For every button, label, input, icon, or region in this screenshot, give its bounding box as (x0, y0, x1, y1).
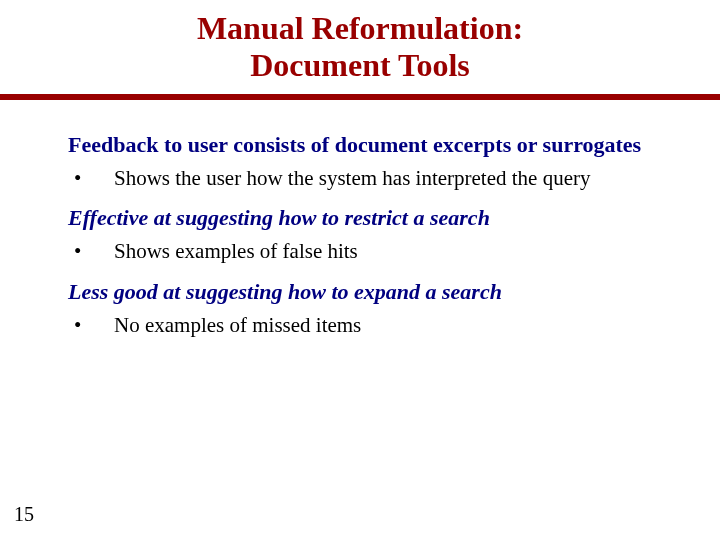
bullet-item: • Shows the user how the system has inte… (68, 165, 680, 191)
title-line-1: Manual Reformulation: (0, 10, 720, 47)
bullet-text: Shows the user how the system has interp… (114, 165, 680, 191)
slide-body: Feedback to user consists of document ex… (0, 100, 720, 339)
slide: Manual Reformulation: Document Tools Fee… (0, 0, 720, 540)
title-line-2: Document Tools (0, 47, 720, 84)
bullet-text: Shows examples of false hits (114, 238, 680, 264)
slide-title: Manual Reformulation: Document Tools (0, 0, 720, 84)
bullet-text: No examples of missed items (114, 312, 680, 338)
page-number: 15 (14, 503, 34, 526)
section-heading: Effective at suggesting how to restrict … (68, 205, 680, 230)
bullet-item: • Shows examples of false hits (68, 238, 680, 264)
section-heading: Less good at suggesting how to expand a … (68, 279, 680, 304)
bullet-marker: • (68, 165, 114, 191)
bullet-item: • No examples of missed items (68, 312, 680, 338)
bullet-marker: • (68, 238, 114, 264)
section-heading: Feedback to user consists of document ex… (68, 132, 680, 157)
bullet-marker: • (68, 312, 114, 338)
